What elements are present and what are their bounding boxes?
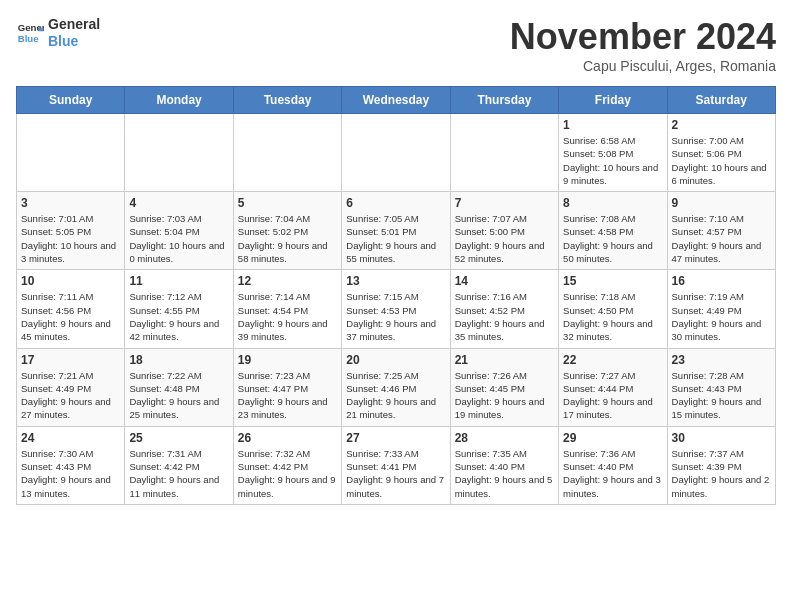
date-number: 2	[672, 118, 771, 132]
logo-line1: General	[48, 16, 100, 33]
calendar-cell: 13Sunrise: 7:15 AM Sunset: 4:53 PM Dayli…	[342, 270, 450, 348]
week-row-1: 1Sunrise: 6:58 AM Sunset: 5:08 PM Daylig…	[17, 114, 776, 192]
calendar-cell: 3Sunrise: 7:01 AM Sunset: 5:05 PM Daylig…	[17, 192, 125, 270]
calendar-cell: 20Sunrise: 7:25 AM Sunset: 4:46 PM Dayli…	[342, 348, 450, 426]
calendar-cell: 28Sunrise: 7:35 AM Sunset: 4:40 PM Dayli…	[450, 426, 558, 504]
calendar-cell: 18Sunrise: 7:22 AM Sunset: 4:48 PM Dayli…	[125, 348, 233, 426]
day-info: Sunrise: 7:14 AM Sunset: 4:54 PM Dayligh…	[238, 290, 337, 343]
day-info: Sunrise: 7:15 AM Sunset: 4:53 PM Dayligh…	[346, 290, 445, 343]
day-info: Sunrise: 7:27 AM Sunset: 4:44 PM Dayligh…	[563, 369, 662, 422]
date-number: 25	[129, 431, 228, 445]
date-number: 21	[455, 353, 554, 367]
svg-text:Blue: Blue	[18, 33, 39, 44]
logo-line2: Blue	[48, 33, 100, 50]
day-info: Sunrise: 7:18 AM Sunset: 4:50 PM Dayligh…	[563, 290, 662, 343]
calendar-cell: 21Sunrise: 7:26 AM Sunset: 4:45 PM Dayli…	[450, 348, 558, 426]
title-area: November 2024 Capu Piscului, Arges, Roma…	[510, 16, 776, 74]
calendar-cell: 12Sunrise: 7:14 AM Sunset: 4:54 PM Dayli…	[233, 270, 341, 348]
logo: General Blue General Blue	[16, 16, 100, 50]
date-number: 8	[563, 196, 662, 210]
date-number: 7	[455, 196, 554, 210]
date-number: 4	[129, 196, 228, 210]
day-header-row: SundayMondayTuesdayWednesdayThursdayFrid…	[17, 87, 776, 114]
logo-icon: General Blue	[16, 19, 44, 47]
day-info: Sunrise: 7:36 AM Sunset: 4:40 PM Dayligh…	[563, 447, 662, 500]
day-info: Sunrise: 7:03 AM Sunset: 5:04 PM Dayligh…	[129, 212, 228, 265]
day-header-sunday: Sunday	[17, 87, 125, 114]
day-info: Sunrise: 7:05 AM Sunset: 5:01 PM Dayligh…	[346, 212, 445, 265]
day-info: Sunrise: 7:30 AM Sunset: 4:43 PM Dayligh…	[21, 447, 120, 500]
date-number: 1	[563, 118, 662, 132]
calendar-cell: 16Sunrise: 7:19 AM Sunset: 4:49 PM Dayli…	[667, 270, 775, 348]
date-number: 30	[672, 431, 771, 445]
day-header-thursday: Thursday	[450, 87, 558, 114]
day-info: Sunrise: 7:01 AM Sunset: 5:05 PM Dayligh…	[21, 212, 120, 265]
day-info: Sunrise: 7:28 AM Sunset: 4:43 PM Dayligh…	[672, 369, 771, 422]
date-number: 10	[21, 274, 120, 288]
date-number: 24	[21, 431, 120, 445]
day-info: Sunrise: 7:26 AM Sunset: 4:45 PM Dayligh…	[455, 369, 554, 422]
calendar-table: SundayMondayTuesdayWednesdayThursdayFrid…	[16, 86, 776, 505]
date-number: 26	[238, 431, 337, 445]
date-number: 28	[455, 431, 554, 445]
day-info: Sunrise: 7:12 AM Sunset: 4:55 PM Dayligh…	[129, 290, 228, 343]
day-info: Sunrise: 7:08 AM Sunset: 4:58 PM Dayligh…	[563, 212, 662, 265]
day-info: Sunrise: 7:31 AM Sunset: 4:42 PM Dayligh…	[129, 447, 228, 500]
day-header-wednesday: Wednesday	[342, 87, 450, 114]
date-number: 3	[21, 196, 120, 210]
calendar-cell: 15Sunrise: 7:18 AM Sunset: 4:50 PM Dayli…	[559, 270, 667, 348]
date-number: 17	[21, 353, 120, 367]
calendar-cell: 9Sunrise: 7:10 AM Sunset: 4:57 PM Daylig…	[667, 192, 775, 270]
calendar-cell: 11Sunrise: 7:12 AM Sunset: 4:55 PM Dayli…	[125, 270, 233, 348]
date-number: 6	[346, 196, 445, 210]
date-number: 9	[672, 196, 771, 210]
calendar-cell: 14Sunrise: 7:16 AM Sunset: 4:52 PM Dayli…	[450, 270, 558, 348]
day-header-monday: Monday	[125, 87, 233, 114]
calendar-cell: 2Sunrise: 7:00 AM Sunset: 5:06 PM Daylig…	[667, 114, 775, 192]
calendar-cell	[17, 114, 125, 192]
day-header-friday: Friday	[559, 87, 667, 114]
calendar-cell: 30Sunrise: 7:37 AM Sunset: 4:39 PM Dayli…	[667, 426, 775, 504]
calendar-cell: 7Sunrise: 7:07 AM Sunset: 5:00 PM Daylig…	[450, 192, 558, 270]
day-info: Sunrise: 7:25 AM Sunset: 4:46 PM Dayligh…	[346, 369, 445, 422]
date-number: 20	[346, 353, 445, 367]
calendar-cell: 22Sunrise: 7:27 AM Sunset: 4:44 PM Dayli…	[559, 348, 667, 426]
date-number: 16	[672, 274, 771, 288]
day-info: Sunrise: 7:04 AM Sunset: 5:02 PM Dayligh…	[238, 212, 337, 265]
date-number: 27	[346, 431, 445, 445]
day-info: Sunrise: 7:07 AM Sunset: 5:00 PM Dayligh…	[455, 212, 554, 265]
day-header-tuesday: Tuesday	[233, 87, 341, 114]
date-number: 22	[563, 353, 662, 367]
calendar-cell: 26Sunrise: 7:32 AM Sunset: 4:42 PM Dayli…	[233, 426, 341, 504]
date-number: 5	[238, 196, 337, 210]
day-info: Sunrise: 7:37 AM Sunset: 4:39 PM Dayligh…	[672, 447, 771, 500]
calendar-cell	[450, 114, 558, 192]
calendar-cell: 1Sunrise: 6:58 AM Sunset: 5:08 PM Daylig…	[559, 114, 667, 192]
header: General Blue General Blue November 2024 …	[16, 16, 776, 74]
date-number: 12	[238, 274, 337, 288]
date-number: 13	[346, 274, 445, 288]
date-number: 18	[129, 353, 228, 367]
calendar-cell: 6Sunrise: 7:05 AM Sunset: 5:01 PM Daylig…	[342, 192, 450, 270]
week-row-4: 17Sunrise: 7:21 AM Sunset: 4:49 PM Dayli…	[17, 348, 776, 426]
day-info: Sunrise: 7:22 AM Sunset: 4:48 PM Dayligh…	[129, 369, 228, 422]
day-info: Sunrise: 7:23 AM Sunset: 4:47 PM Dayligh…	[238, 369, 337, 422]
month-title: November 2024	[510, 16, 776, 58]
day-info: Sunrise: 6:58 AM Sunset: 5:08 PM Dayligh…	[563, 134, 662, 187]
calendar-cell: 17Sunrise: 7:21 AM Sunset: 4:49 PM Dayli…	[17, 348, 125, 426]
calendar-cell: 27Sunrise: 7:33 AM Sunset: 4:41 PM Dayli…	[342, 426, 450, 504]
day-info: Sunrise: 7:10 AM Sunset: 4:57 PM Dayligh…	[672, 212, 771, 265]
date-number: 15	[563, 274, 662, 288]
calendar-cell: 19Sunrise: 7:23 AM Sunset: 4:47 PM Dayli…	[233, 348, 341, 426]
calendar-cell: 4Sunrise: 7:03 AM Sunset: 5:04 PM Daylig…	[125, 192, 233, 270]
day-info: Sunrise: 7:21 AM Sunset: 4:49 PM Dayligh…	[21, 369, 120, 422]
week-row-2: 3Sunrise: 7:01 AM Sunset: 5:05 PM Daylig…	[17, 192, 776, 270]
calendar-cell	[342, 114, 450, 192]
day-info: Sunrise: 7:32 AM Sunset: 4:42 PM Dayligh…	[238, 447, 337, 500]
day-info: Sunrise: 7:35 AM Sunset: 4:40 PM Dayligh…	[455, 447, 554, 500]
day-info: Sunrise: 7:00 AM Sunset: 5:06 PM Dayligh…	[672, 134, 771, 187]
date-number: 29	[563, 431, 662, 445]
date-number: 19	[238, 353, 337, 367]
subtitle: Capu Piscului, Arges, Romania	[510, 58, 776, 74]
calendar-cell	[233, 114, 341, 192]
